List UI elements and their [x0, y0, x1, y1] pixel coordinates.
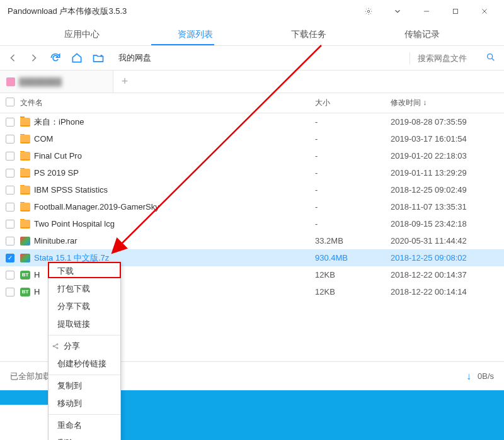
menu-item[interactable]: 提取链接 [49, 315, 120, 333]
new-folder-button[interactable] [92, 52, 105, 64]
bt-icon: BT [20, 288, 30, 296]
col-time[interactable]: 修改时间 ↓ [391, 98, 504, 108]
file-row[interactable]: PS 2019 SP-2019-01-11 13:29:29 [0, 164, 504, 181]
tab-underline [151, 44, 214, 45]
menu-item[interactable]: 移动到 [49, 395, 120, 412]
archive-icon [20, 237, 30, 245]
taskbar-panel [0, 405, 50, 440]
file-time: 2018-12-25 09:08:02 [391, 253, 504, 262]
refresh-button[interactable] [49, 52, 62, 64]
back-button[interactable] [6, 52, 19, 64]
file-time: 2018-11-07 13:35:31 [391, 202, 504, 212]
tab-label-blurred: ████████ [19, 77, 62, 86]
col-name[interactable]: 文件名 [20, 98, 315, 108]
col-size[interactable]: 大小 [315, 98, 391, 108]
file-name: Two Point Hospital lcg [34, 219, 115, 228]
forward-button[interactable] [28, 52, 40, 64]
menu-item-share[interactable]: 分享 [49, 337, 120, 355]
file-name: H [34, 287, 40, 296]
menu-item[interactable]: 重命名 [49, 417, 120, 434]
folder-icon [20, 220, 30, 228]
folder-icon [20, 203, 30, 212]
tab-resource-list[interactable]: 资源列表 [139, 29, 252, 45]
menu-item-label: 分享 [64, 341, 80, 352]
row-checkbox[interactable] [6, 271, 14, 279]
menu-item[interactable]: 下载 [49, 262, 120, 280]
select-all-checkbox[interactable] [6, 98, 14, 106]
file-size: - [315, 117, 391, 127]
file-time: 2020-05-31 11:44:42 [391, 236, 504, 245]
file-row[interactable]: Two Point Hospital lcg-2018-09-15 23:42:… [0, 215, 504, 232]
file-size: - [315, 151, 391, 161]
file-row[interactable]: Final Cut Pro-2019-01-20 22:18:03 [0, 147, 504, 164]
menu-item[interactable]: 分享下载 [49, 298, 120, 315]
file-row[interactable]: 来自：iPhone-2019-08-28 07:35:59 [0, 113, 504, 130]
file-name: Football.Manager.2019-GamerSky [34, 202, 159, 212]
file-time: 2018-09-15 23:42:18 [391, 219, 504, 228]
tab-transfer-log[interactable]: 传输记录 [365, 29, 479, 45]
folder-icon [20, 186, 30, 195]
main-tabs: 应用中心 资源列表 下载任务 传输记录 [0, 23, 504, 45]
menu-item[interactable]: 打包下载 [49, 280, 120, 298]
menu-separator [49, 335, 120, 336]
list-header: 文件名 大小 修改时间 ↓ [0, 93, 504, 113]
breadcrumb-path[interactable]: 我的网盘 [113, 52, 401, 64]
close-button[interactable] [470, 2, 499, 21]
row-checkbox[interactable] [6, 203, 14, 212]
svg-point-8 [57, 344, 58, 345]
maximize-button[interactable] [441, 2, 470, 21]
download-indicator-icon: ↓ [466, 371, 471, 382]
settings-icon[interactable] [354, 2, 383, 21]
file-size: - [315, 202, 391, 212]
search-input[interactable] [418, 54, 481, 63]
svg-line-6 [492, 59, 494, 60]
titlebar: Pandownload 卢本伟修改版3.5.3 [0, 0, 504, 23]
menu-item[interactable]: 删除 [49, 434, 120, 440]
menu-separator [49, 375, 120, 375]
file-name: Final Cut Pro [34, 151, 82, 161]
folder-icon [20, 169, 30, 178]
row-checkbox[interactable] [6, 254, 14, 262]
file-size: 33.2MB [315, 236, 391, 245]
row-checkbox[interactable] [6, 237, 14, 245]
tab-app-center[interactable]: 应用中心 [25, 29, 139, 45]
row-checkbox[interactable] [6, 220, 14, 228]
file-name: 来自：iPhone [34, 116, 84, 128]
new-tab-button[interactable]: + [113, 75, 136, 88]
file-row[interactable]: IBM SPSS Statistics-2018-12-25 09:02:49 [0, 181, 504, 198]
minimize-button[interactable] [412, 2, 441, 21]
file-size: - [315, 134, 391, 144]
search-icon[interactable] [486, 52, 496, 64]
file-name: H [34, 270, 40, 279]
bt-icon: BT [20, 271, 30, 279]
menu-item[interactable]: 创建秒传链接 [49, 355, 120, 373]
file-row[interactable]: COM-2019-03-17 16:01:54 [0, 130, 504, 147]
file-tab[interactable]: ████████ [0, 71, 113, 93]
row-checkbox[interactable] [6, 169, 14, 178]
file-row[interactable]: Minitube.rar33.2MB2020-05-31 11:44:42 [0, 232, 504, 249]
tab-icon [6, 77, 15, 86]
row-checkbox[interactable] [6, 135, 14, 144]
file-time: 2018-12-22 00:14:37 [391, 270, 504, 279]
file-row[interactable]: Football.Manager.2019-GamerSky-2018-11-0… [0, 198, 504, 215]
menu-item[interactable]: 复制到 [49, 377, 120, 395]
dropdown-icon[interactable] [383, 2, 412, 21]
context-menu: 下载打包下载分享下载提取链接分享创建秒传链接复制到移动到重命名删除属性 [48, 262, 121, 440]
download-speed: 0B/s [478, 371, 494, 381]
row-checkbox[interactable] [6, 186, 14, 195]
svg-line-11 [54, 347, 57, 348]
home-button[interactable] [71, 52, 83, 64]
row-checkbox[interactable] [6, 118, 14, 127]
svg-rect-2 [454, 9, 458, 14]
file-time: 2019-08-28 07:35:59 [391, 117, 504, 127]
file-time: 2018-12-22 00:14:14 [391, 287, 504, 296]
row-checkbox[interactable] [6, 152, 14, 161]
window-controls [354, 2, 499, 21]
tab-download-tasks[interactable]: 下载任务 [252, 29, 365, 45]
file-time: 2019-01-20 22:18:03 [391, 151, 504, 161]
file-size: - [315, 185, 391, 195]
search-box [410, 52, 498, 64]
file-size: - [315, 219, 391, 228]
file-size: - [315, 168, 391, 178]
row-checkbox[interactable] [6, 288, 14, 296]
